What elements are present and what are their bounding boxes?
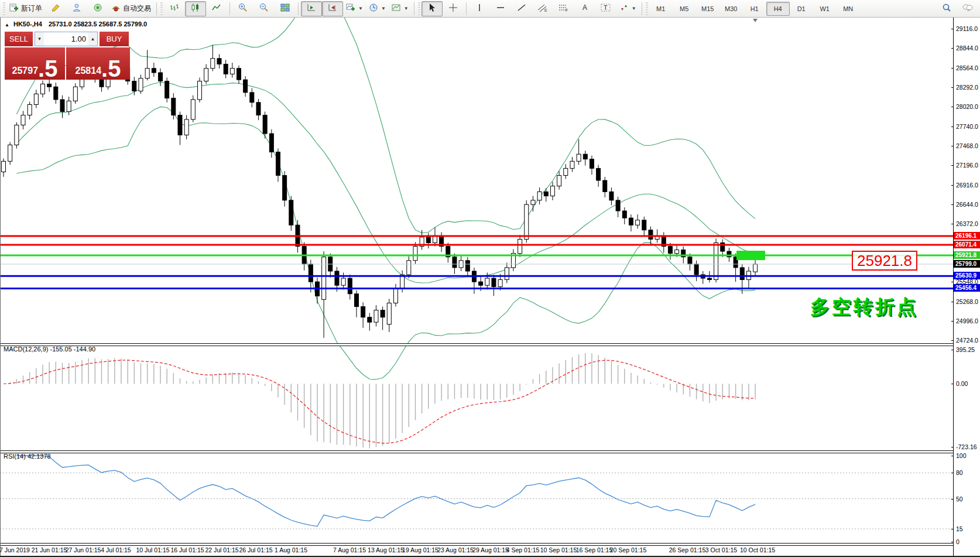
signals-button[interactable] bbox=[87, 1, 108, 16]
candle-body bbox=[544, 192, 548, 196]
arrows-tool-button[interactable]: ▼ bbox=[616, 1, 639, 16]
volume-input[interactable]: 1.00 bbox=[44, 32, 88, 46]
candle-body bbox=[237, 69, 241, 80]
turning-point-note[interactable]: 多空转折点 bbox=[810, 294, 919, 320]
community-button[interactable] bbox=[66, 1, 87, 16]
templates-button[interactable]: ▼ bbox=[389, 1, 412, 16]
indicators-add-icon bbox=[346, 3, 355, 14]
timeframe-m1[interactable]: M1 bbox=[649, 2, 673, 16]
volume-decrease-button[interactable]: ▼ bbox=[35, 32, 44, 46]
price-badge-25799.0: 25799.0 bbox=[954, 260, 980, 268]
chart-canvas[interactable] bbox=[0, 18, 953, 557]
candle-body bbox=[204, 69, 208, 81]
autotrading-button[interactable]: 自动交易 bbox=[108, 1, 154, 16]
sell-button[interactable]: SELL bbox=[5, 32, 33, 46]
candlestick-chart-type-button[interactable] bbox=[185, 1, 206, 16]
chat-button[interactable] bbox=[957, 1, 978, 16]
toolbar-drag-handle[interactable] bbox=[418, 2, 420, 15]
chart-shift-button[interactable] bbox=[322, 1, 343, 16]
rsi-line bbox=[16, 456, 755, 527]
axis-tickmark bbox=[951, 350, 954, 350]
search-button[interactable] bbox=[936, 1, 957, 16]
candle-body bbox=[191, 100, 195, 119]
periods-button[interactable]: ▼ bbox=[366, 1, 389, 16]
collapse-arrow-icon[interactable]: ▲ bbox=[5, 22, 9, 28]
candle-body bbox=[197, 81, 201, 100]
equidistant-channel-tool-button[interactable]: E bbox=[532, 1, 553, 16]
price-tick: 25268.0 bbox=[956, 298, 978, 305]
buy-price-button[interactable]: 25814 .5 bbox=[66, 47, 130, 80]
chart-window[interactable]: 29116.028844.028564.028292.028020.027740… bbox=[0, 18, 980, 557]
candle-body bbox=[21, 115, 25, 125]
indicators-button[interactable]: ▼ bbox=[343, 1, 366, 16]
macd-tick: 395.25 bbox=[956, 346, 975, 353]
pane-separator-macd[interactable] bbox=[0, 343, 980, 346]
metaeditor-button[interactable] bbox=[45, 1, 66, 16]
rsi-indicator-label: RSI(14) 42.1378 bbox=[4, 453, 51, 460]
timeframe-w1[interactable]: W1 bbox=[813, 2, 837, 16]
timeframe-m5[interactable]: M5 bbox=[673, 2, 696, 16]
candle-body bbox=[485, 278, 489, 285]
timeframe-m15[interactable]: M15 bbox=[696, 2, 719, 16]
sell-price-button[interactable]: 25797 .5 bbox=[5, 47, 65, 80]
bar-chart-type-button[interactable] bbox=[164, 1, 185, 16]
highlight-rectangle[interactable] bbox=[736, 251, 765, 260]
price-annotation-box[interactable]: 25921.8 bbox=[852, 251, 917, 271]
tile-windows-icon bbox=[280, 3, 290, 14]
fibonacci-tool-button[interactable]: F bbox=[553, 1, 574, 16]
timeframe-h1[interactable]: H1 bbox=[743, 2, 766, 16]
volume-increase-button[interactable]: ▲ bbox=[88, 32, 97, 46]
axis-tickmark bbox=[951, 107, 954, 107]
candle-body bbox=[374, 310, 378, 323]
buy-button[interactable]: BUY bbox=[100, 32, 129, 46]
sell-price-main: 25797 bbox=[12, 66, 39, 76]
text-tool-button[interactable]: A bbox=[574, 1, 595, 16]
candle-body bbox=[132, 81, 136, 91]
timeframe-h4[interactable]: H4 bbox=[766, 2, 790, 16]
candle-body bbox=[714, 243, 718, 280]
trendline-tool-button[interactable] bbox=[511, 1, 532, 16]
axis-tickmark bbox=[951, 204, 954, 205]
line-chart-type-button[interactable] bbox=[206, 1, 227, 16]
toolbar-drag-handle[interactable] bbox=[160, 2, 163, 15]
candle-body bbox=[8, 145, 12, 161]
svg-text:A: A bbox=[582, 4, 587, 12]
new-order-icon bbox=[9, 3, 19, 14]
zoom-in-button[interactable] bbox=[232, 1, 253, 16]
toolbar-drag-handle[interactable] bbox=[646, 2, 648, 15]
timeframe-mn[interactable]: MN bbox=[837, 2, 860, 16]
vertical-line-tool-button[interactable] bbox=[469, 1, 490, 16]
chart-shift-icon bbox=[328, 3, 337, 14]
auto-scroll-button[interactable] bbox=[301, 1, 322, 16]
price-tick: 27468.0 bbox=[956, 142, 978, 149]
candle-body bbox=[309, 264, 313, 282]
level-lines bbox=[0, 236, 953, 289]
candle-body bbox=[479, 282, 483, 285]
horizontal-line-icon bbox=[496, 3, 505, 14]
timeframe-m30[interactable]: M30 bbox=[719, 2, 743, 16]
chart-shift-marker[interactable] bbox=[753, 19, 758, 22]
toolbar-separator bbox=[414, 2, 414, 15]
cursor-tool-button[interactable] bbox=[422, 1, 443, 16]
text-label-tool-button[interactable]: T bbox=[595, 1, 616, 16]
timeframe-d1[interactable]: D1 bbox=[790, 2, 813, 16]
svg-text:F: F bbox=[566, 8, 568, 12]
dropdown-caret: ▼ bbox=[404, 6, 409, 11]
vertical-line-icon bbox=[475, 3, 484, 14]
candle-body bbox=[47, 84, 52, 87]
axis-tickmark bbox=[951, 529, 954, 529]
time-label: 4 Sep 01:15 bbox=[506, 546, 540, 553]
crosshair-tool-button[interactable] bbox=[443, 1, 464, 16]
fibonacci-icon: F bbox=[558, 3, 569, 14]
autotrading-icon bbox=[111, 3, 121, 14]
pane-separator-rsi[interactable] bbox=[0, 450, 980, 453]
toolbar-drag-handle[interactable] bbox=[3, 2, 5, 15]
price-tick: 28564.0 bbox=[956, 64, 978, 71]
new-order-button[interactable]: 新订单 bbox=[6, 1, 45, 16]
text-label-icon: T bbox=[601, 3, 611, 14]
price-axis[interactable]: 29116.028844.028564.028292.028020.027740… bbox=[953, 18, 980, 557]
horizontal-line-tool-button[interactable] bbox=[490, 1, 511, 16]
tile-windows-button[interactable] bbox=[275, 1, 296, 16]
candle-body bbox=[570, 161, 574, 168]
zoom-out-button[interactable] bbox=[253, 1, 275, 16]
